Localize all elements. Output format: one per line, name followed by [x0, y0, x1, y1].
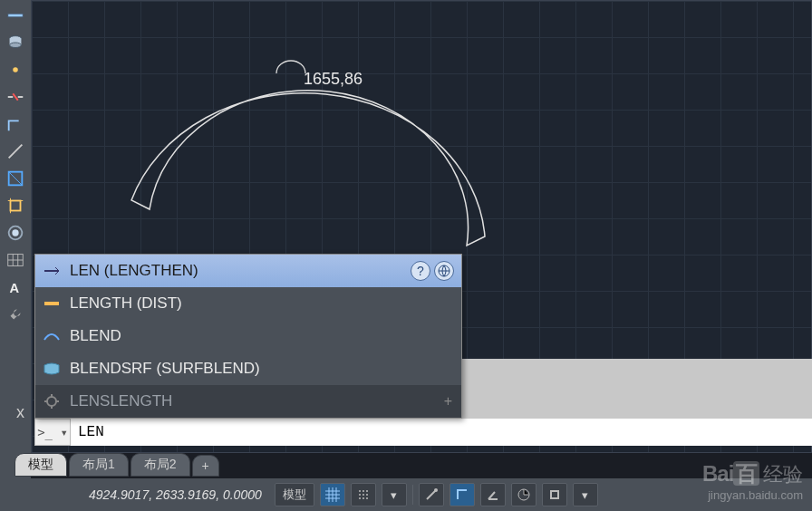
tool-text-icon[interactable]: A [4, 275, 27, 299]
tool-line-icon[interactable] [4, 140, 27, 163]
tab-model[interactable]: 模型 [14, 453, 67, 477]
autocomplete-label: BLEND [70, 327, 121, 345]
dimension-value: 1655,86 [304, 70, 362, 89]
polar-toggle-icon[interactable] [511, 483, 536, 506]
tool-table-icon[interactable] [4, 248, 27, 272]
vertical-toolbar: A [0, 0, 31, 511]
svg-rect-0 [8, 14, 24, 17]
snap-toggle-icon[interactable] [419, 483, 444, 506]
autocomplete-item-blendsrf[interactable]: BLENDSRF (SURFBLEND) [35, 352, 461, 385]
svg-point-18 [362, 494, 364, 496]
osnap-toggle-icon[interactable] [542, 483, 567, 506]
coordinates-readout: 4924.9017, 2633.9169, 0.0000 [89, 487, 262, 502]
tool-dot-icon[interactable] [4, 58, 27, 82]
ortho-toggle-icon[interactable] [450, 483, 475, 506]
tool-scale-icon[interactable] [4, 167, 27, 190]
arc-shape [86, 55, 503, 267]
svg-point-8 [12, 229, 18, 236]
blend-icon [43, 327, 61, 345]
status-bar: 4924.9017, 2633.9169, 0.0000 模型 ▾ ▾ [0, 478, 812, 511]
layout-tabs: 模型 布局1 布局2 + [14, 453, 219, 477]
category-label: LENSLENGTH [70, 392, 172, 410]
close-panel-icon[interactable]: x [16, 403, 24, 422]
tool-measure-icon[interactable] [4, 4, 27, 27]
command-prompt-icon[interactable]: >_ ▾ [34, 419, 71, 446]
model-space-button[interactable]: 模型 [275, 483, 314, 506]
grid-dots-icon[interactable] [351, 483, 376, 506]
grid-toggle-icon[interactable] [320, 483, 345, 506]
svg-point-22 [366, 497, 368, 499]
tool-crop-icon[interactable] [4, 194, 27, 217]
svg-point-23 [434, 488, 438, 492]
angle-toggle-icon[interactable] [480, 483, 506, 506]
autocomplete-label: BLENDSRF (SURFBLEND) [70, 360, 260, 378]
globe-icon[interactable] [434, 261, 454, 281]
svg-point-19 [366, 494, 368, 496]
tool-break-icon[interactable] [4, 85, 27, 109]
tool-render-icon[interactable] [4, 221, 27, 245]
autocomplete-popup: LEN (LENGTHEN) ? LENGTH (DIST) BLEND BLE… [34, 254, 462, 419]
autocomplete-item-lengthen[interactable]: LEN (LENGTHEN) ? [35, 255, 461, 287]
svg-point-20 [359, 497, 361, 499]
blendsrf-icon [43, 360, 61, 378]
autocomplete-label: LEN (LENGTHEN) [70, 262, 198, 280]
osnap-dropdown-icon[interactable]: ▾ [573, 483, 598, 506]
autocomplete-item-blend[interactable]: BLEND [35, 320, 461, 352]
dimension-arc-icon [275, 59, 307, 81]
svg-point-13 [47, 397, 56, 406]
tab-add[interactable]: + [192, 455, 219, 477]
svg-point-15 [362, 490, 364, 492]
svg-point-4 [13, 67, 18, 72]
svg-rect-12 [44, 302, 59, 305]
svg-point-14 [359, 490, 361, 492]
svg-point-21 [362, 497, 364, 499]
tool-cylinder-icon[interactable] [4, 31, 27, 54]
autocomplete-label: LENGTH (DIST) [70, 294, 182, 313]
plus-icon[interactable]: + [444, 393, 452, 410]
svg-rect-6 [11, 201, 21, 211]
tab-layout2[interactable]: 布局2 [130, 453, 190, 477]
autocomplete-item-dist[interactable]: LENGTH (DIST) [35, 287, 461, 320]
svg-rect-25 [551, 491, 558, 498]
gear-icon [43, 392, 61, 410]
dropdown-icon[interactable]: ▾ [382, 483, 407, 506]
autocomplete-category: LENSLENGTH + [35, 385, 461, 418]
command-line: >_ ▾ [34, 419, 812, 446]
dist-icon [43, 294, 61, 313]
tool-corner-icon[interactable] [4, 112, 27, 136]
tool-wrench-icon[interactable] [4, 303, 27, 326]
help-icon[interactable]: ? [411, 261, 430, 281]
svg-text:A: A [10, 281, 20, 295]
tab-layout1[interactable]: 布局1 [69, 453, 129, 477]
svg-point-3 [10, 43, 22, 48]
svg-point-17 [359, 494, 361, 496]
command-input[interactable] [71, 419, 812, 446]
lengthen-icon [43, 262, 61, 280]
svg-point-16 [366, 490, 368, 492]
